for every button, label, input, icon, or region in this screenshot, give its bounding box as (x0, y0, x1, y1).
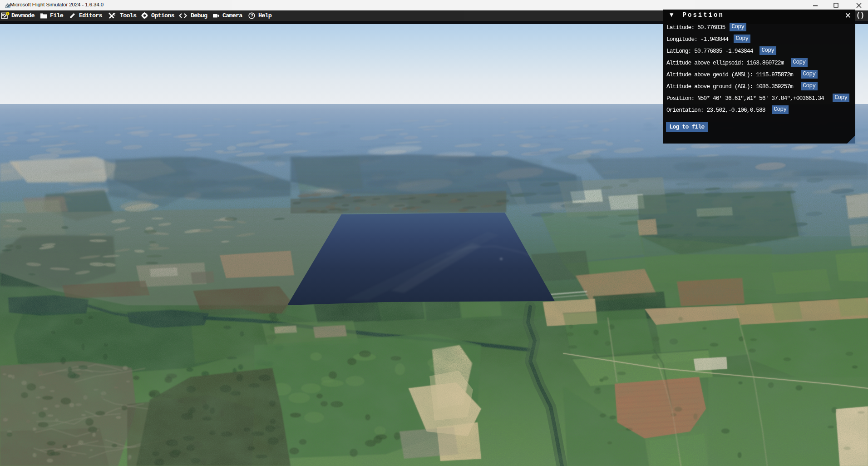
svg-text:?: ? (251, 13, 253, 18)
